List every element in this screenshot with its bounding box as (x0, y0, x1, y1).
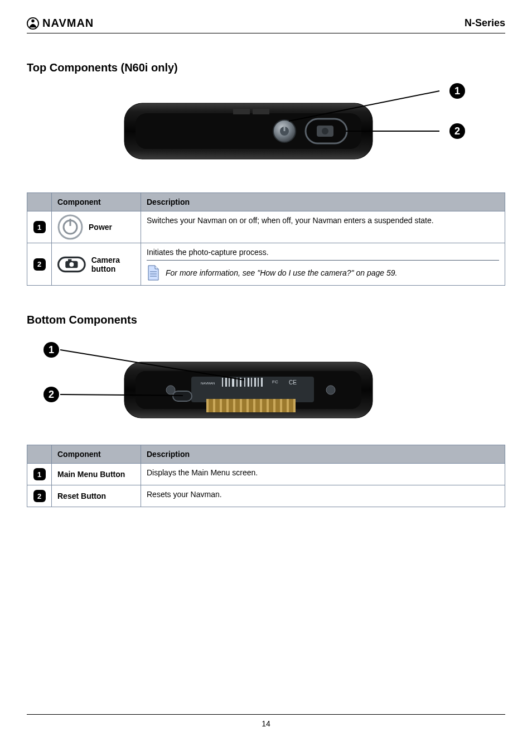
row-number-badge: 2 (33, 490, 46, 502)
header-divider (27, 33, 505, 33)
svg-text:2: 2 (49, 389, 54, 400)
page-number: 14 (27, 719, 505, 728)
component-name: Power (89, 223, 112, 232)
footer-divider (27, 714, 505, 715)
svg-rect-56 (269, 399, 273, 412)
component-description: Displays the Main Menu screen. (141, 464, 505, 485)
figure-bottom-components: NAVMAN FC CE (27, 333, 505, 434)
component-name: Main Menu Button (52, 464, 141, 485)
svg-rect-20 (70, 219, 71, 226)
svg-rect-4 (233, 109, 250, 114)
svg-rect-51 (235, 399, 240, 412)
svg-rect-36 (229, 378, 230, 387)
page-footer: 14 (27, 714, 505, 728)
svg-rect-45 (261, 378, 263, 387)
note-text: For more information, see "How do I use … (166, 268, 397, 277)
svg-text:NAVMAN: NAVMAN (201, 382, 215, 385)
svg-point-23 (69, 262, 74, 267)
svg-rect-8 (284, 126, 286, 131)
section-title-bottom: Bottom Components (27, 314, 505, 326)
svg-text:1: 1 (454, 85, 460, 97)
table-row: 2 Camera button Initiates the phot (27, 243, 505, 286)
section-title-top: Top Components (N60i only) (27, 61, 505, 74)
th-num (27, 193, 52, 211)
table-bottom-components: Component Description 1 Main Menu Button… (27, 445, 505, 507)
brand-name: NAVMAN (42, 17, 94, 30)
th-description: Description (141, 445, 505, 464)
svg-rect-58 (282, 399, 287, 412)
svg-text:2: 2 (454, 126, 460, 137)
svg-rect-37 (232, 378, 234, 387)
row-number-badge: 1 (33, 468, 46, 480)
svg-rect-43 (254, 378, 256, 387)
svg-point-11 (322, 128, 328, 134)
th-component: Component (52, 193, 141, 211)
camera-icon (57, 253, 86, 276)
svg-rect-24 (68, 259, 71, 262)
brand-logo-icon (27, 17, 39, 30)
th-num (27, 445, 52, 464)
table-row: 1 Main Menu Button Displays the Main Men… (27, 464, 505, 485)
component-name: Reset Button (52, 485, 141, 507)
svg-rect-40 (244, 378, 245, 387)
table-row: 1 Power Switches your Navman on or off; … (27, 211, 505, 243)
table-top-components: Component Description 1 Power (27, 192, 505, 286)
power-icon (57, 214, 83, 240)
row-number-badge: 1 (33, 221, 46, 233)
document-icon (147, 265, 160, 281)
svg-text:CE: CE (289, 379, 297, 386)
brand: NAVMAN (27, 17, 94, 30)
svg-rect-42 (251, 378, 252, 387)
svg-rect-48 (215, 399, 220, 412)
page-header: NAVMAN N-Series (27, 17, 505, 30)
product-series: N-Series (465, 17, 505, 29)
table-row: 2 Reset Button Resets your Navman. (27, 485, 505, 507)
svg-text:FC: FC (272, 379, 278, 384)
row-number-badge: 2 (33, 258, 46, 271)
svg-rect-50 (229, 399, 233, 412)
svg-rect-35 (225, 378, 227, 387)
figure-top-components: 1 2 (27, 81, 505, 181)
component-description: Resets your Navman. (141, 485, 505, 507)
svg-rect-41 (248, 378, 249, 387)
svg-rect-49 (222, 399, 226, 412)
th-component: Component (52, 445, 141, 464)
component-description: Switches your Navman on or off; when off… (141, 211, 505, 243)
svg-point-1 (31, 19, 35, 22)
svg-rect-57 (275, 399, 280, 412)
component-description: Initiates the photo-capture process. (147, 248, 499, 257)
svg-rect-34 (222, 378, 223, 387)
svg-rect-47 (209, 399, 213, 412)
svg-rect-59 (289, 399, 293, 412)
svg-rect-54 (255, 399, 260, 412)
svg-rect-62 (173, 391, 192, 401)
svg-rect-44 (258, 378, 259, 387)
svg-rect-53 (249, 399, 253, 412)
component-name: Camera button (91, 256, 135, 273)
svg-rect-5 (253, 109, 269, 114)
document-page: NAVMAN N-Series Top Components (N60i onl… (0, 0, 532, 756)
svg-rect-55 (262, 399, 267, 412)
svg-rect-52 (242, 399, 246, 412)
svg-text:1: 1 (49, 344, 54, 355)
svg-point-61 (326, 386, 335, 394)
th-description: Description (141, 193, 505, 211)
note-row: For more information, see "How do I use … (147, 260, 499, 281)
